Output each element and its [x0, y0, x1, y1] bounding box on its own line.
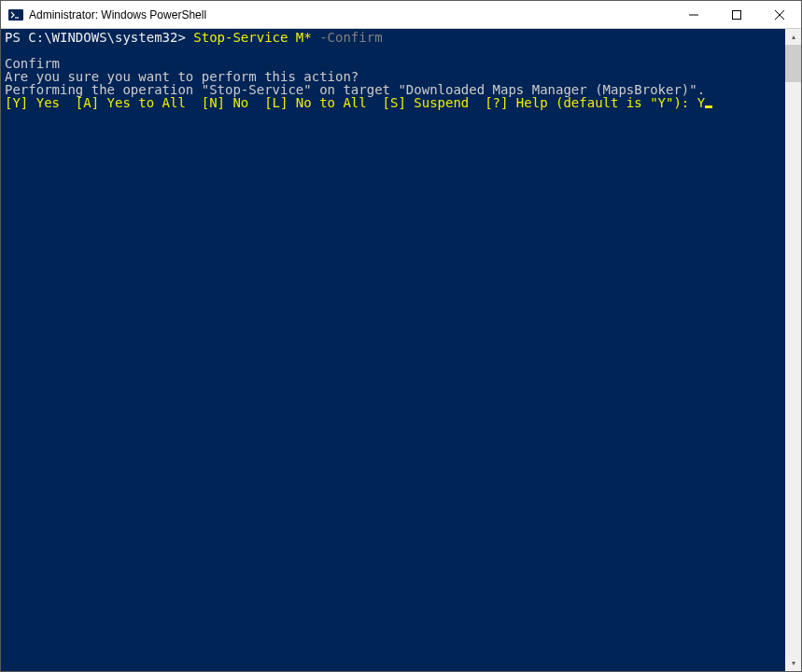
command-text: Stop-Service M* — [193, 30, 319, 45]
command-param: -Confirm — [319, 30, 382, 45]
svg-rect-0 — [8, 9, 23, 21]
svg-rect-3 — [733, 10, 741, 19]
user-input: Y — [697, 95, 705, 110]
scroll-up-icon[interactable]: ▴ — [785, 29, 801, 45]
cursor — [705, 105, 712, 108]
window-controls — [672, 1, 801, 28]
title-bar[interactable]: Administrator: Windows PowerShell — [1, 1, 801, 29]
minimize-button[interactable] — [672, 1, 715, 28]
scrollbar-thumb[interactable] — [785, 45, 801, 82]
window-title: Administrator: Windows PowerShell — [29, 8, 672, 21]
confirm-choices: [Y] Yes [A] Yes to All [N] No [L] No to … — [5, 95, 697, 110]
scrollbar[interactable]: ▴ ▾ — [785, 29, 801, 671]
terminal-area: PS C:\WINDOWS\system32> Stop-Service M* … — [1, 29, 801, 671]
powershell-icon — [8, 7, 23, 22]
close-button[interactable] — [758, 1, 801, 28]
prompt-prefix: PS C:\WINDOWS\system32> — [5, 30, 193, 45]
powershell-window: Administrator: Windows PowerShell PS C:\… — [0, 0, 802, 672]
terminal[interactable]: PS C:\WINDOWS\system32> Stop-Service M* … — [1, 29, 785, 671]
scroll-down-icon[interactable]: ▾ — [785, 655, 801, 671]
maximize-button[interactable] — [715, 1, 758, 28]
